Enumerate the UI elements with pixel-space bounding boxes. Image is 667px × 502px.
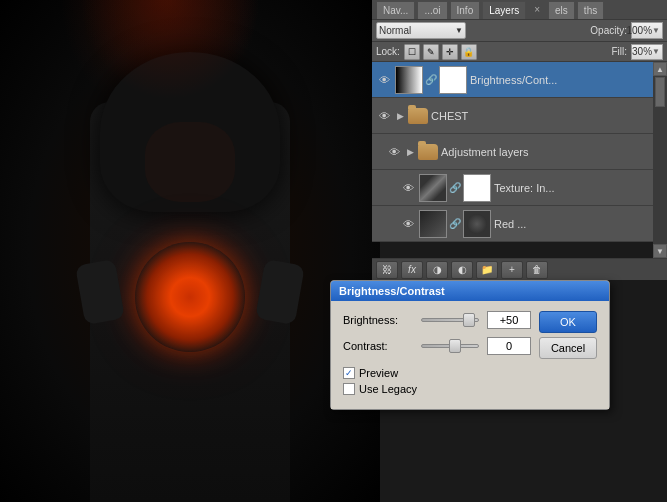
new-layer-btn[interactable]: + — [501, 261, 523, 279]
fill-row: Fill: 30% ▼ — [611, 44, 663, 60]
blend-mode-select[interactable]: Normal ▼ — [376, 22, 466, 39]
panel-tabs: Nav... ...oi Info Layers × els ths — [372, 0, 667, 20]
tab-ths[interactable]: ths — [577, 1, 604, 19]
layer-chest-group[interactable]: 👁 ▶ CHEST — [372, 98, 667, 134]
layer-thumb-1 — [395, 66, 423, 94]
chest-fire — [135, 242, 245, 352]
bc-ok-button[interactable]: OK — [539, 311, 597, 333]
brightness-input[interactable]: +50 — [487, 311, 531, 329]
link-icon-4: 🔗 — [450, 180, 460, 196]
contrast-slider-thumb[interactable] — [449, 339, 461, 353]
lock-row: Lock: ☐ ✎ ✛ 🔒 Fill: 30% ▼ — [372, 42, 667, 62]
layers-list: 👁 🔗 Brightness/Cont... 👁 ▶ CHEST 👁 ▶ Adj… — [372, 62, 667, 242]
tab-close[interactable]: × — [528, 1, 546, 19]
photo-background — [0, 0, 380, 502]
lock-paint-btn[interactable]: ✎ — [423, 44, 439, 60]
contrast-slider-track[interactable] — [421, 344, 479, 348]
folder-icon-adjustment — [418, 144, 438, 160]
opacity-value[interactable]: 100% ▼ — [631, 22, 663, 39]
bc-sliders-section: Brightness: +50 Contrast: — [343, 311, 531, 363]
layer-mask-red — [463, 210, 491, 238]
fx-btn[interactable]: fx — [401, 261, 423, 279]
tab-info2[interactable]: ...oi — [417, 1, 447, 19]
layer-name-3: Adjustment layers — [441, 146, 663, 158]
eye-visibility-1[interactable]: 👁 — [376, 72, 392, 88]
layers-scrollbar[interactable]: ▲ ▼ — [653, 62, 667, 258]
brightness-row: Brightness: +50 — [343, 311, 531, 329]
bc-cancel-button[interactable]: Cancel — [539, 337, 597, 359]
tab-navigator[interactable]: Nav... — [376, 1, 415, 19]
tab-info[interactable]: Info — [450, 1, 481, 19]
folder-icon-chest — [408, 108, 428, 124]
new-fill-btn[interactable]: ◐ — [451, 261, 473, 279]
layer-mask-texture — [463, 174, 491, 202]
layer-name-4: Texture: In... — [494, 182, 663, 194]
bc-checkboxes: Preview Use Legacy — [343, 367, 597, 395]
scroll-up-arrow[interactable]: ▲ — [653, 62, 667, 76]
layers-panel: Nav... ...oi Info Layers × els ths Norma… — [372, 0, 667, 280]
eye-visibility-4[interactable]: 👁 — [400, 180, 416, 196]
blend-dropdown-arrow: ▼ — [455, 26, 463, 35]
fill-arrow: ▼ — [652, 47, 660, 56]
scroll-down-arrow[interactable]: ▼ — [653, 244, 667, 258]
bc-buttons-section: OK Cancel — [539, 311, 597, 363]
tab-els[interactable]: els — [548, 1, 575, 19]
contrast-input[interactable]: 0 — [487, 337, 531, 355]
use-legacy-label: Use Legacy — [359, 383, 417, 395]
link-layers-btn[interactable]: ⛓ — [376, 261, 398, 279]
new-group-btn[interactable]: 📁 — [476, 261, 498, 279]
tab-layers[interactable]: Layers — [482, 1, 526, 19]
bc-titlebar: Brightness/Contrast — [331, 281, 609, 301]
link-icon-5: 🔗 — [450, 216, 460, 232]
brightness-contrast-dialog: Brightness/Contrast Brightness: +50 Cont… — [330, 280, 610, 410]
bc-body: Brightness: +50 Contrast: — [331, 301, 609, 409]
layer-name-5: Red ... — [494, 218, 652, 230]
layer-brightness-cont[interactable]: 👁 🔗 Brightness/Cont... — [372, 62, 667, 98]
layer-red[interactable]: 👁 🔗 Red ... fx — [372, 206, 667, 242]
brightness-slider-track[interactable] — [421, 318, 479, 322]
contrast-label: Contrast: — [343, 340, 413, 352]
layer-name-1: Brightness/Cont... — [470, 74, 652, 86]
brightness-label: Brightness: — [343, 314, 413, 326]
link-icon-1: 🔗 — [426, 72, 436, 88]
layers-toolbar: ⛓ fx ◑ ◐ 📁 + 🗑 — [372, 258, 667, 280]
lock-pixels-btn[interactable]: ☐ — [404, 44, 420, 60]
expand-chest[interactable]: ▶ — [395, 111, 405, 121]
preview-checkbox[interactable] — [343, 367, 355, 379]
use-legacy-row: Use Legacy — [343, 383, 597, 395]
opacity-row: Opacity: 100% ▼ — [590, 22, 663, 39]
layer-mask-1 — [439, 66, 467, 94]
eye-visibility-3[interactable]: 👁 — [386, 144, 402, 160]
brightness-slider-container — [421, 312, 479, 328]
layer-thumb-red — [419, 210, 447, 238]
brightness-slider-thumb[interactable] — [463, 313, 475, 327]
add-mask-btn[interactable]: ◑ — [426, 261, 448, 279]
contrast-slider-container — [421, 338, 479, 354]
preview-row: Preview — [343, 367, 597, 379]
layer-texture[interactable]: 👁 🔗 Texture: In... — [372, 170, 667, 206]
eye-visibility-5[interactable]: 👁 — [400, 216, 416, 232]
lock-move-btn[interactable]: ✛ — [442, 44, 458, 60]
layer-thumb-texture — [419, 174, 447, 202]
use-legacy-checkbox[interactable] — [343, 383, 355, 395]
lock-all-btn[interactable]: 🔒 — [461, 44, 477, 60]
bc-main-content: Brightness: +50 Contrast: — [343, 311, 597, 363]
contrast-row: Contrast: 0 — [343, 337, 531, 355]
layer-name-2: CHEST — [431, 110, 663, 122]
delete-layer-btn[interactable]: 🗑 — [526, 261, 548, 279]
layer-adjustment-group[interactable]: 👁 ▶ Adjustment layers — [372, 134, 667, 170]
scroll-thumb[interactable] — [655, 77, 665, 107]
bc-title: Brightness/Contrast — [339, 285, 445, 297]
scroll-track — [654, 76, 666, 244]
lock-icons: ☐ ✎ ✛ 🔒 — [404, 44, 477, 60]
eye-visibility-2[interactable]: 👁 — [376, 108, 392, 124]
preview-label: Preview — [359, 367, 398, 379]
fill-value[interactable]: 30% ▼ — [631, 44, 663, 60]
blend-mode-row: Normal ▼ Opacity: 100% ▼ — [372, 20, 667, 42]
expand-adjustment[interactable]: ▶ — [405, 147, 415, 157]
layers-list-container: 👁 🔗 Brightness/Cont... 👁 ▶ CHEST 👁 ▶ Adj… — [372, 62, 667, 258]
opacity-arrow: ▼ — [652, 26, 660, 35]
